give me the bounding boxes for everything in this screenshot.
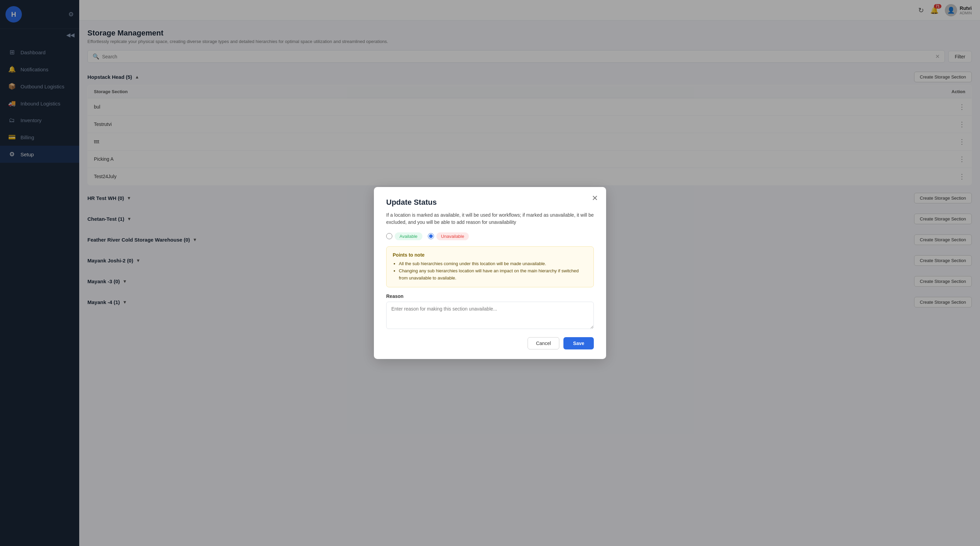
update-status-modal: Update Status ✕ If a location is marked … — [374, 187, 606, 359]
note-item: All the sub hierarchies coming under thi… — [399, 260, 587, 268]
modal-footer: Cancel Save — [386, 337, 594, 349]
unavailable-option[interactable]: Unavailable — [428, 232, 469, 240]
reason-label: Reason — [386, 294, 594, 299]
note-title: Points to note — [393, 252, 587, 258]
note-item: Changing any sub hierarchies location wi… — [399, 268, 587, 282]
note-list: All the sub hierarchies coming under thi… — [393, 260, 587, 281]
reason-textarea[interactable] — [386, 302, 594, 329]
status-radio-group: Available Unavailable — [386, 232, 594, 240]
note-box: Points to note All the sub hierarchies c… — [386, 246, 594, 287]
modal-title: Update Status — [386, 198, 594, 207]
modal-overlay[interactable]: Update Status ✕ If a location is marked … — [0, 0, 980, 546]
available-option[interactable]: Available — [386, 232, 422, 240]
save-button[interactable]: Save — [563, 337, 594, 349]
cancel-button[interactable]: Cancel — [528, 337, 560, 349]
unavailable-radio[interactable] — [428, 233, 434, 239]
available-badge: Available — [395, 232, 422, 240]
unavailable-badge: Unavailable — [436, 232, 469, 240]
modal-description: If a location is marked as available, it… — [386, 211, 594, 226]
modal-close-button[interactable]: ✕ — [592, 194, 598, 203]
available-radio[interactable] — [386, 233, 392, 239]
